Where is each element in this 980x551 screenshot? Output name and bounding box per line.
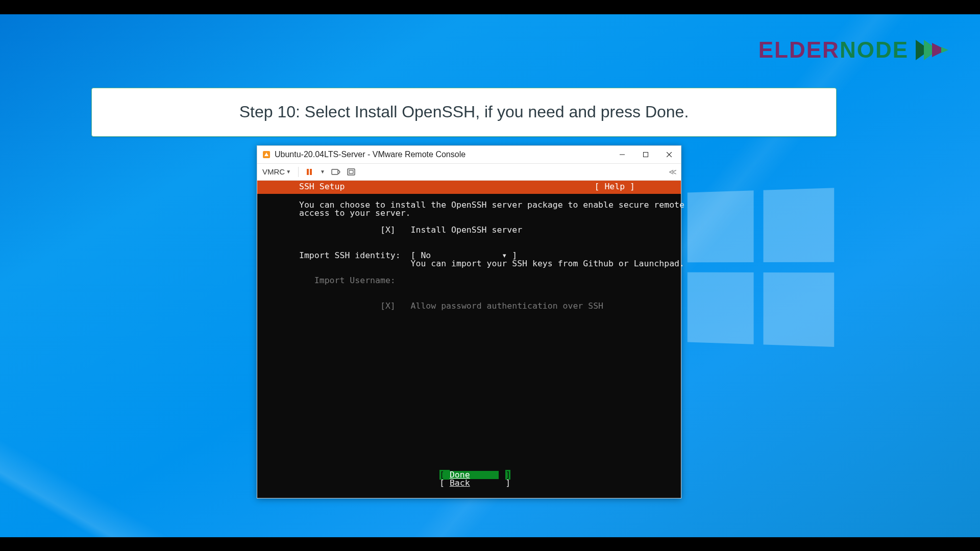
send-keys-button[interactable] [331,168,340,176]
svg-rect-13 [349,170,353,173]
installer-body: You can choose to install the OpenSSH se… [299,201,639,311]
installer-header: SSH Setup [ Help ] [257,181,681,194]
svg-rect-6 [644,152,648,157]
installer-title: SSH Setup [299,183,345,191]
allow-password-checkbox: [X] Allow password authentication over S… [299,301,603,311]
svg-marker-3 [941,47,948,53]
brand-play-icon [913,38,949,62]
back-button[interactable]: [ Back ] [439,479,499,488]
import-username-field: Import Username: [299,276,396,285]
window-minimize-button[interactable] [610,146,634,163]
app-icon [262,151,271,159]
import-identity-hint: You can import your SSH keys from Github… [299,259,684,268]
install-openssh-checkbox[interactable]: [X] Install OpenSSH server [299,225,522,235]
installer-footer: [ Done ] [ Back ] [257,471,681,488]
window-close-button[interactable] [657,146,681,163]
instruction-card: Step 10: Select Install OpenSSH, if you … [91,88,837,137]
vmrc-toolbar: VMRC ▼ ▼ [257,163,681,181]
installer-help-button[interactable]: [ Help ] [595,183,635,191]
send-keys-icon [331,168,340,176]
window-titlebar: Ubuntu-20.04LTS-Server - VMware Remote C… [257,146,681,163]
pause-icon [306,168,313,176]
svg-rect-9 [307,169,309,175]
svg-rect-11 [332,169,338,174]
brand-text-node: NODE [840,37,909,63]
fullscreen-button[interactable] [347,168,356,176]
chevron-down-icon: ▼ [286,169,291,174]
fullscreen-icon [347,168,356,176]
installer-console[interactable]: SSH Setup [ Help ] You can choose to ins… [257,181,681,498]
window-title: Ubuntu-20.04LTS-Server - VMware Remote C… [275,150,465,159]
instruction-text: Step 10: Select Install OpenSSH, if you … [239,103,689,121]
toolbar-collapse-button[interactable]: ≪ [669,167,676,177]
vmrc-menu-button[interactable]: VMRC ▼ [262,167,291,176]
pause-button[interactable] [306,168,313,176]
pause-dropdown-icon[interactable]: ▼ [320,169,325,174]
back-button-label: Back [450,478,470,488]
svg-rect-10 [310,169,312,175]
vmrc-menu-label: VMRC [262,167,285,176]
ssh-intro-line2: access to your server. [299,208,411,218]
window-maximize-button[interactable] [634,146,657,163]
vmrc-window: Ubuntu-20.04LTS-Server - VMware Remote C… [257,145,681,498]
windows-logo-icon [688,188,835,346]
brand-text-elder: ELDER [758,37,840,63]
eldernode-logo: ELDERNODE [758,37,949,63]
svg-rect-12 [348,169,355,175]
